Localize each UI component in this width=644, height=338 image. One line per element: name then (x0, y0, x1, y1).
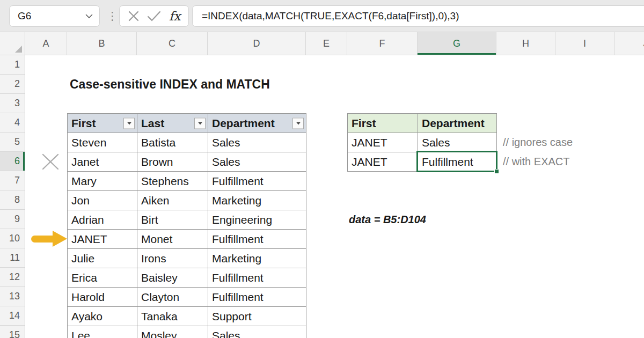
header-cell-first[interactable]: First (68, 114, 137, 133)
table-row: MaryStephensFulfillment (68, 172, 306, 191)
cell-C8[interactable]: Aiken (137, 191, 208, 210)
cell-C15[interactable]: Mosley (137, 326, 208, 338)
table-row: StevenBatistaSales (68, 133, 306, 152)
cell-B8[interactable]: Jon (68, 191, 137, 210)
cell-D13[interactable]: Fulfillment (208, 288, 306, 307)
row-header-5[interactable]: 5 (0, 133, 25, 152)
cell-D5[interactable]: Sales (208, 133, 306, 152)
cell-B10[interactable]: JANET (68, 230, 137, 249)
cell-B7[interactable]: Mary (68, 172, 137, 191)
comment-with-exact: // with EXACT (503, 152, 569, 171)
cell-C10[interactable]: Monet (137, 230, 208, 249)
cell-B6[interactable]: Janet (68, 152, 137, 172)
row-header-10[interactable]: 10 (0, 229, 25, 248)
cell-F6[interactable]: JANET (348, 152, 418, 172)
cell-D11[interactable]: Marketing (208, 249, 306, 268)
header-cell-last[interactable]: Last (137, 114, 208, 133)
row-header-7[interactable]: 7 (0, 171, 25, 190)
cell-B14[interactable]: Ayako (68, 307, 137, 326)
formula-bar[interactable]: =INDEX(data,MATCH(TRUE,EXACT(F6,data[Fir… (192, 5, 644, 27)
cell-G5[interactable]: Sales (418, 133, 497, 152)
row-header-9[interactable]: 9 (0, 210, 25, 229)
dropdown-triangle-icon (198, 122, 202, 124)
row-header-1[interactable]: 1 (0, 55, 25, 75)
insert-function-fx-icon[interactable]: fx (169, 9, 180, 23)
lookup-table: FirstDepartmentJANETSalesJANETFulfillmen… (347, 113, 497, 172)
cell-B12[interactable]: Erica (68, 268, 137, 288)
cell-C12[interactable]: Baisley (137, 268, 208, 288)
column-header-E[interactable]: E (306, 32, 347, 55)
cell-C13[interactable]: Clayton (137, 288, 208, 307)
header-cell-department[interactable]: Department (208, 114, 306, 133)
row-header-8[interactable]: 8 (0, 190, 25, 210)
column-header-G[interactable]: G (418, 32, 496, 55)
table-row: JanetBrownSales (68, 152, 306, 172)
row-header-3[interactable]: 3 (0, 94, 25, 113)
row-header-11[interactable]: 11 (0, 248, 25, 268)
row-header-14[interactable]: 14 (0, 306, 25, 326)
column-header-H[interactable]: H (496, 32, 555, 55)
vertical-dots-separator-icon: ⋮ (107, 5, 118, 27)
cell-B13[interactable]: Harold (68, 288, 137, 307)
cell-B11[interactable]: Julie (68, 249, 137, 268)
row-header-12[interactable]: 12 (0, 268, 25, 287)
filter-dropdown-button[interactable] (123, 117, 135, 129)
cell-C5[interactable]: Batista (137, 133, 208, 152)
cell-D12[interactable]: Fulfillment (208, 268, 306, 288)
select-all-triangle-icon (15, 46, 22, 53)
enter-checkmark-icon[interactable] (147, 11, 161, 21)
dropdown-triangle-icon (296, 122, 301, 124)
cell-C9[interactable]: Birt (137, 210, 208, 230)
table-row: LeeMosleySales (68, 326, 306, 338)
column-header-I[interactable]: I (555, 32, 614, 55)
cell-D15[interactable]: Sales (208, 326, 306, 338)
cell-B5[interactable]: Steven (68, 133, 137, 152)
table-row: JulieIronsMarketing (68, 249, 306, 268)
header-label: First (71, 117, 96, 130)
header-label: Department (212, 117, 275, 130)
cell-G6[interactable]: Fulfillment (418, 152, 497, 172)
header-cell-first[interactable]: First (348, 114, 418, 133)
chevron-down-icon[interactable] (85, 14, 93, 19)
row-header-2[interactable]: 2 (0, 75, 25, 94)
range-note: data = B5:D104 (349, 210, 426, 229)
select-all-corner[interactable] (0, 32, 25, 55)
table-row: EricaBaisleyFulfillment (68, 268, 306, 288)
cell-D14[interactable]: Support (208, 307, 306, 326)
cell-D7[interactable]: Fulfillment (208, 172, 306, 191)
column-header-J[interactable]: J (614, 32, 644, 55)
cancel-icon[interactable] (128, 10, 140, 22)
column-header-D[interactable]: D (208, 32, 306, 55)
cell-D9[interactable]: Engineering (208, 210, 306, 230)
name-box-value: G6 (10, 10, 85, 22)
row-header-4[interactable]: 4 (0, 113, 25, 133)
row-header-13[interactable]: 13 (0, 287, 25, 306)
name-box[interactable]: G6 (9, 5, 100, 27)
arrow-head (53, 231, 67, 247)
row-header-15[interactable]: 15 (0, 326, 25, 338)
cell-D6[interactable]: Sales (208, 152, 306, 172)
column-header-B[interactable]: B (67, 32, 137, 55)
cell-B15[interactable]: Lee (68, 326, 137, 338)
column-header-C[interactable]: C (137, 32, 208, 55)
header-cell-department[interactable]: Department (418, 114, 497, 133)
row-header-6[interactable]: 6 (0, 152, 25, 171)
employee-table: FirstLastDepartmentStevenBatistaSalesJan… (67, 113, 306, 338)
cell-D8[interactable]: Marketing (208, 191, 306, 210)
table-row: JonAikenMarketing (68, 191, 306, 210)
cell-F5[interactable]: JANET (348, 133, 418, 152)
filter-dropdown-button[interactable] (194, 117, 206, 129)
table-row: AyakoTanakaSupport (68, 307, 306, 326)
column-header-A[interactable]: A (25, 32, 67, 55)
cell-D10[interactable]: Fulfillment (208, 230, 306, 249)
dropdown-triangle-icon (127, 122, 131, 124)
cell-C14[interactable]: Tanaka (137, 307, 208, 326)
column-header-F[interactable]: F (347, 32, 418, 55)
cell-C7[interactable]: Stephens (137, 172, 208, 191)
table-row: JANETFulfillment (348, 152, 497, 172)
cell-C6[interactable]: Brown (137, 152, 208, 172)
filter-dropdown-button[interactable] (292, 117, 304, 129)
cell-C11[interactable]: Irons (137, 249, 208, 268)
table-row: AdrianBirtEngineering (68, 210, 306, 230)
cell-B9[interactable]: Adrian (68, 210, 137, 230)
